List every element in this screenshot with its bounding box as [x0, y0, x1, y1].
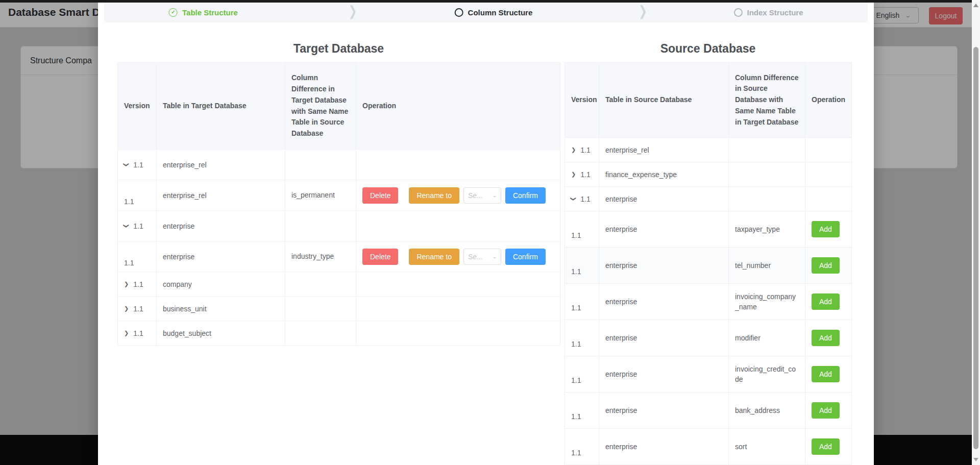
column-diff-cell: [285, 321, 356, 346]
operation-buttons: Add: [812, 438, 845, 455]
operation-buttons: Add: [812, 293, 845, 310]
chevron-down-icon: ⌄: [492, 254, 497, 259]
expand-chevron-icon[interactable]: ❯: [571, 172, 576, 177]
version-cell: ❯ 1.1: [565, 211, 599, 248]
table-row: ❯ 1.1 enterprise modifier Add: [565, 320, 852, 356]
source-database-title: Source Database: [565, 42, 851, 56]
expand-chevron-icon[interactable]: ❯: [124, 162, 129, 167]
column-diff-cell: modifier: [729, 320, 805, 356]
target-database-table: Version Table in Target Database Column …: [117, 62, 560, 346]
operation-buttons: Add: [812, 257, 845, 274]
table-row: ❯ 1.1 enterprise sort Add: [565, 429, 852, 465]
scrollbar-down-arrow-icon[interactable]: [973, 458, 978, 461]
select-placeholder: Se...: [468, 253, 483, 261]
step-circle-icon: [455, 8, 463, 17]
column-diff-cell: [285, 211, 356, 241]
add-button[interactable]: Add: [812, 293, 840, 310]
table-name-cell: enterprise: [157, 241, 285, 272]
column-diff-cell: [729, 138, 805, 162]
add-button[interactable]: Add: [812, 438, 840, 455]
version-cell: ❯ 1.1: [118, 272, 157, 297]
table-row: ❯ 1.1 company: [118, 272, 560, 297]
step-table-structure: ✓ Table Structure: [169, 2, 238, 22]
table-name-cell: enterprise: [599, 320, 729, 356]
step-label: Index Structure: [747, 8, 803, 17]
version-value: 1.1: [124, 198, 134, 206]
target-table-body: ❯ 1.1 enterprise_rel: [118, 150, 560, 346]
column-diff-cell: invoicing_company_name: [729, 284, 805, 320]
confirm-button[interactable]: Confirm: [505, 187, 546, 204]
chevron-down-icon: ⌄: [492, 192, 497, 198]
add-button[interactable]: Add: [812, 366, 840, 382]
table-row: ❯ 1.1 budget_subject: [118, 321, 560, 346]
add-button[interactable]: Add: [812, 402, 840, 419]
scrollbar-up-arrow-icon[interactable]: [973, 4, 978, 7]
version-value: 1.1: [133, 222, 143, 230]
rename-target-select[interactable]: Se... ⌄: [463, 249, 501, 265]
version-cell: ❯ 1.1: [118, 241, 157, 272]
expand-chevron-icon[interactable]: ❯: [124, 330, 129, 336]
vertical-scrollbar[interactable]: [972, 0, 980, 465]
column-header: Column Difference in Source Database wit…: [729, 63, 805, 138]
table-name-cell: enterprise: [599, 284, 729, 320]
table-name-cell: enterprise_rel: [599, 138, 729, 162]
table-row: ❯ 1.1 enterprise_rel: [118, 150, 560, 180]
confirm-button[interactable]: Confirm: [505, 249, 546, 265]
expand-chevron-icon[interactable]: ❯: [124, 306, 129, 311]
table-name-cell: enterprise: [599, 356, 729, 393]
table-row: ❯ 1.1 enterprise: [565, 187, 852, 211]
step-done-check-icon: ✓: [169, 8, 178, 17]
column-diff-cell: [285, 272, 356, 297]
version-value: 1.1: [571, 340, 581, 348]
operation-cell: Add: [805, 356, 852, 393]
window-top-edge: [0, 0, 972, 3]
table-row: ❯ 1.1 enterprise bank_address Add: [565, 393, 852, 429]
operation-cell: [805, 138, 852, 162]
table-row: ❯ 1.1 enterprise taxpayer_type Add: [565, 211, 852, 248]
table-row: ❯ 1.1 enterprise tel_number Add: [565, 248, 852, 284]
version-value: 1.1: [571, 304, 581, 312]
column-diff-cell: [285, 297, 356, 321]
table-name-cell: enterprise_rel: [157, 180, 285, 211]
table-name-cell: enterprise: [599, 429, 729, 465]
stepper: ✓ Table Structure ❯ Column Structure ❯ I…: [104, 2, 868, 22]
expand-chevron-icon[interactable]: ❯: [124, 281, 129, 287]
delete-button[interactable]: Delete: [362, 249, 398, 265]
source-database-panel: Source Database Version Table in Source …: [565, 42, 851, 465]
version-cell: ❯ 1.1: [118, 150, 157, 180]
version-value: 1.1: [571, 449, 581, 457]
rename-to-button[interactable]: Rename to: [409, 249, 459, 265]
version-cell: ❯ 1.1: [565, 162, 599, 187]
column-diff-cell: industry_type: [285, 241, 356, 272]
table-name-cell: budget_subject: [157, 321, 285, 346]
operation-buttons: Add: [812, 402, 845, 419]
version-value: 1.1: [124, 259, 134, 267]
version-cell: ❯ 1.1: [565, 356, 599, 393]
version-cell: ❯ 1.1: [565, 187, 599, 211]
add-button[interactable]: Add: [812, 330, 840, 346]
operation-cell: [805, 187, 852, 211]
target-database-title: Target Database: [117, 42, 560, 56]
operation-cell: [805, 162, 852, 187]
column-diff-cell: invoicing_credit_code: [729, 356, 805, 393]
table-row: ❯ 1.1 enterprise invoicing_company_name …: [565, 284, 852, 320]
column-header: Operation: [356, 63, 560, 150]
expand-chevron-icon[interactable]: ❯: [124, 224, 129, 228]
version-cell: ❯ 1.1: [565, 393, 599, 429]
operation-cell: Add: [805, 429, 852, 465]
operation-buttons: Add: [812, 221, 845, 237]
column-header: Column Difference in Target Database wit…: [285, 63, 356, 150]
operation-cell: Add: [805, 320, 852, 356]
rename-to-button[interactable]: Rename to: [409, 187, 459, 204]
expand-chevron-icon[interactable]: ❯: [571, 147, 576, 153]
step-index-structure: Index Structure: [734, 2, 803, 22]
table-row: ❯ 1.1 finance_expense_type: [565, 162, 852, 187]
table-name-cell: enterprise: [599, 248, 729, 284]
delete-button[interactable]: Delete: [362, 187, 398, 204]
scrollbar-thumb[interactable]: [973, 47, 978, 449]
add-button[interactable]: Add: [812, 257, 840, 274]
add-button[interactable]: Add: [812, 221, 840, 237]
expand-chevron-icon[interactable]: ❯: [571, 197, 576, 201]
table-name-cell: enterprise: [599, 393, 729, 429]
rename-target-select[interactable]: Se... ⌄: [463, 187, 501, 204]
